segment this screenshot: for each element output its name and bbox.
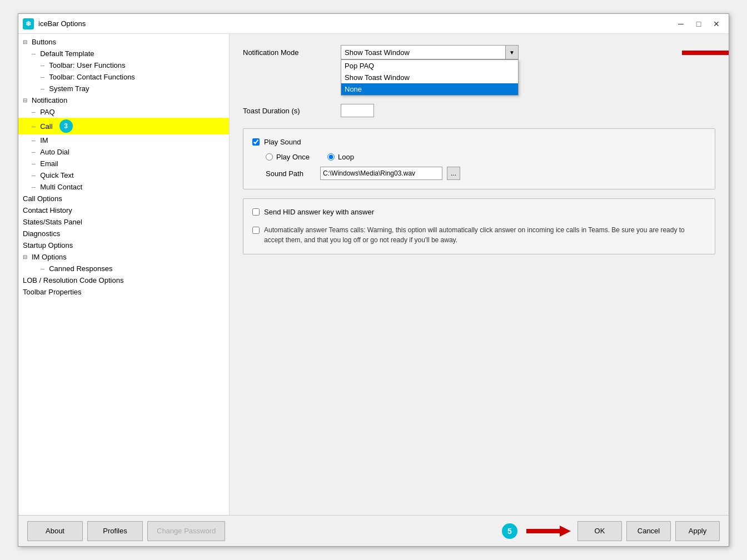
dropdown-option-show-toast[interactable]: Show Toast Window — [341, 72, 518, 83]
sound-path-input[interactable] — [320, 167, 442, 180]
tree-dash-auto-dial: – — [32, 148, 36, 156]
sidebar-label-system-tray: System Tray — [49, 84, 89, 93]
play-once-radio[interactable] — [266, 153, 273, 161]
sidebar-label-im-options: IM Options — [32, 253, 67, 261]
sidebar-item-lob-resolution[interactable]: LOB / Resolution Code Options — [18, 274, 229, 286]
tree-dash-quick-text: – — [32, 171, 36, 179]
hid-panel: Send HID answer key with answer Automati… — [243, 198, 715, 254]
browse-button[interactable]: ... — [447, 167, 460, 180]
sidebar-label-auto-dial: Auto Dial — [40, 148, 69, 156]
sidebar-item-system-tray[interactable]: –System Tray — [18, 83, 229, 94]
minimize-button[interactable]: ─ — [673, 17, 689, 31]
sidebar-label-im: IM — [40, 136, 48, 144]
sidebar-label-notification: Notification — [32, 96, 67, 104]
dropdown-arrow-icon[interactable]: ▼ — [505, 45, 519, 59]
dropdown-option-none[interactable]: None — [341, 83, 518, 95]
tree-dash-toolbar-contact: – — [41, 73, 44, 81]
profiles-button[interactable]: Profiles — [87, 521, 143, 541]
loop-label[interactable]: Loop — [338, 153, 354, 161]
titlebar: ❄ iceBar Options ─ □ ✕ — [18, 14, 729, 34]
window-title: iceBar Options — [38, 19, 673, 28]
loop-radio-item: Loop — [327, 153, 354, 161]
sidebar-item-startup-options[interactable]: Startup Options — [18, 239, 229, 251]
tree-dash-multi-contact: – — [32, 183, 36, 191]
sidebar-item-states-stats[interactable]: States/Stats Panel — [18, 216, 229, 228]
sidebar-item-diagnostics[interactable]: Diagnostics — [18, 228, 229, 239]
expand-icon-notification: ⊟ — [23, 97, 29, 103]
sidebar-label-states-stats: States/Stats Panel — [23, 218, 82, 226]
sidebar-item-quick-text[interactable]: –Quick Text — [18, 169, 229, 181]
cancel-button[interactable]: Cancel — [626, 521, 671, 541]
ok-button[interactable]: OK — [577, 521, 622, 541]
auto-answer-label: Automatically answer Teams calls: Warnin… — [264, 225, 706, 245]
tree-dash-canned-responses: – — [41, 264, 44, 273]
sidebar-item-buttons[interactable]: ⊟Buttons — [18, 36, 229, 48]
sidebar-item-toolbar-user[interactable]: –Toolbar: User Functions — [18, 59, 229, 71]
svg-marker-1 — [526, 526, 571, 537]
toast-duration-input[interactable] — [341, 104, 374, 117]
close-button[interactable]: ✕ — [709, 17, 724, 31]
about-button[interactable]: About — [27, 521, 83, 541]
apply-button[interactable]: Apply — [675, 521, 720, 541]
sidebar-item-toolbar-contact[interactable]: –Toolbar: Contact Functions — [18, 71, 229, 83]
sidebar-label-email: Email — [40, 159, 58, 168]
maximize-button[interactable]: □ — [691, 17, 706, 31]
tree-dash-toolbar-user: – — [41, 61, 44, 69]
sidebar-item-im-options[interactable]: ⊟IM Options — [18, 251, 229, 263]
sidebar-item-multi-contact[interactable]: –Multi Contact — [18, 181, 229, 193]
play-sound-row: Play Sound — [252, 138, 706, 146]
window-controls: ─ □ ✕ — [673, 17, 724, 31]
sidebar-item-contact-history[interactable]: Contact History — [18, 204, 229, 216]
sidebar: ⊟Buttons–Default Template–Toolbar: User … — [18, 34, 230, 515]
expand-icon-im-options: ⊟ — [23, 254, 29, 260]
sidebar-item-im[interactable]: –IM — [18, 134, 229, 146]
auto-answer-row: Automatically answer Teams calls: Warnin… — [252, 225, 706, 245]
hid-label[interactable]: Send HID answer key with answer — [264, 208, 374, 216]
footer: About Profiles Change Password 5 OK Canc… — [18, 515, 729, 546]
sidebar-label-quick-text: Quick Text — [40, 171, 73, 179]
loop-radio[interactable] — [327, 153, 335, 161]
main-panel: Notification Mode Show Toast Window ▼ Po… — [230, 34, 729, 515]
badge-5: 5 — [502, 523, 517, 539]
toast-duration-label: Toast Duration (s) — [243, 107, 332, 115]
play-sound-panel: Play Sound Play Once Loop Sound Path .. — [243, 128, 715, 189]
sidebar-item-call[interactable]: –Call3 — [18, 118, 229, 134]
tree-dash-email: – — [32, 159, 36, 168]
sidebar-item-notification[interactable]: ⊟Notification — [18, 94, 229, 106]
notification-mode-dropdown-container: Show Toast Window ▼ Pop PAQ Show Toast W… — [341, 45, 519, 59]
tree-dash-system-tray: – — [41, 84, 44, 93]
play-once-label[interactable]: Play Once — [276, 153, 310, 161]
auto-answer-checkbox[interactable] — [252, 227, 260, 234]
tree-dash-call: – — [32, 122, 36, 131]
toast-duration-row: Toast Duration (s) — [243, 104, 715, 117]
play-sound-checkbox[interactable] — [252, 138, 260, 146]
sidebar-item-default-template[interactable]: –Default Template — [18, 48, 229, 59]
sidebar-item-paq[interactable]: –PAQ — [18, 106, 229, 118]
sidebar-label-default-template: Default Template — [40, 49, 94, 58]
sidebar-label-lob-resolution: LOB / Resolution Code Options — [23, 276, 123, 284]
sidebar-item-email[interactable]: –Email — [18, 158, 229, 169]
play-once-radio-item: Play Once — [266, 153, 310, 161]
sidebar-label-toolbar-contact: Toolbar: Contact Functions — [49, 73, 135, 81]
notification-mode-dropdown-list: Pop PAQ Show Toast Window None — [341, 59, 519, 96]
hid-checkbox[interactable] — [252, 208, 260, 216]
change-password-button[interactable]: Change Password — [147, 521, 225, 541]
footer-right-area: 5 OK Cancel Apply — [502, 521, 720, 541]
sidebar-label-paq: PAQ — [40, 108, 55, 116]
notification-mode-label: Notification Mode — [243, 48, 332, 57]
sidebar-item-toolbar-properties[interactable]: Toolbar Properties — [18, 286, 229, 298]
badge-3: 3 — [59, 119, 73, 133]
sidebar-item-auto-dial[interactable]: –Auto Dial — [18, 146, 229, 158]
dropdown-selected-value: Show Toast Window — [341, 48, 507, 57]
sidebar-label-startup-options: Startup Options — [23, 241, 73, 249]
arrow-graphic — [682, 45, 729, 61]
main-window: ❄ iceBar Options ─ □ ✕ ⊟Buttons–Default … — [18, 13, 729, 547]
radio-group: Play Once Loop — [266, 153, 706, 161]
sidebar-label-diagnostics: Diagnostics — [23, 229, 60, 238]
sidebar-item-canned-responses[interactable]: –Canned Responses — [18, 263, 229, 274]
dropdown-option-pop-paq[interactable]: Pop PAQ — [341, 60, 518, 72]
play-sound-label[interactable]: Play Sound — [264, 138, 301, 146]
sound-path-label: Sound Path — [266, 169, 316, 178]
sidebar-item-call-options[interactable]: Call Options — [18, 193, 229, 204]
notification-mode-dropdown[interactable]: Show Toast Window ▼ — [341, 45, 507, 59]
